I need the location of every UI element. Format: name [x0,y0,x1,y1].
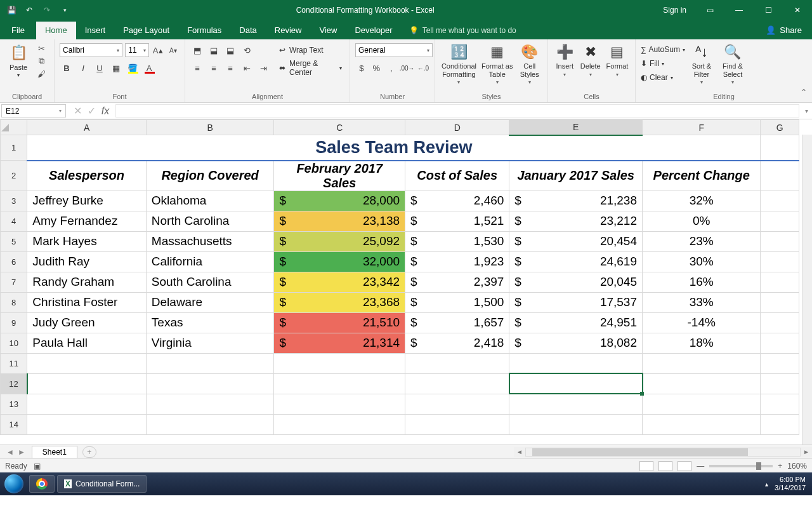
accounting-format-icon[interactable]: $ [355,61,368,75]
cell-jan-sales[interactable]: $21,238 [509,190,643,211]
cell[interactable] [761,353,799,373]
page-break-view-icon[interactable] [678,461,691,471]
decrease-font-icon[interactable]: A▾ [167,43,180,57]
cell-cost[interactable]: $1,500 [405,292,509,312]
header-feb-sales[interactable]: February 2017 Sales [274,161,405,191]
insert-cells-button[interactable]: ➕Insert▾ [553,42,577,77]
row-header-1[interactable]: 1 [1,135,27,161]
undo-icon[interactable]: ↶ [23,4,36,17]
increase-decimal-icon[interactable]: .00→ [400,61,414,75]
col-header-E[interactable]: E [509,120,643,135]
tab-formulas[interactable]: Formulas [178,22,230,39]
cell-salesperson[interactable]: Mark Hayes [27,231,146,251]
cell-feb-sales[interactable]: $25,092 [274,231,405,251]
zoom-in-icon[interactable]: + [778,462,782,471]
italic-button[interactable]: I [76,61,90,75]
close-icon[interactable]: ✕ [783,0,812,20]
header-region[interactable]: Region Covered [146,161,274,191]
border-button[interactable]: ▦ [109,61,123,75]
cell-cost[interactable]: $2,397 [405,272,509,292]
macro-record-icon[interactable]: ▣ [34,462,41,471]
cell[interactable] [27,394,146,414]
col-header-C[interactable]: C [274,120,405,135]
cell[interactable] [761,312,799,333]
orientation-icon[interactable]: ⟲ [240,43,254,57]
cell[interactable] [274,373,405,394]
worksheet-grid[interactable]: A B C D E F G 1Sales Team Review2Salespe… [0,119,812,444]
cell[interactable] [761,211,799,231]
cell[interactable] [509,394,643,414]
cell-cost[interactable]: $1,657 [405,312,509,333]
row-header-2[interactable]: 2 [1,161,27,191]
row-header-10[interactable]: 10 [1,333,27,353]
sheet-nav-next-icon[interactable]: ► [18,448,25,457]
tab-file[interactable]: File [0,22,36,39]
row-header-4[interactable]: 4 [1,211,27,231]
col-header-D[interactable]: D [405,120,509,135]
cell-pct[interactable]: 23% [643,231,761,251]
cell[interactable] [761,394,799,414]
cell-cost[interactable]: $2,460 [405,190,509,211]
cell[interactable] [761,272,799,292]
cell[interactable] [405,394,509,414]
merge-center-button[interactable]: ⬌Merge & Center▾ [277,61,344,75]
cell-cost[interactable]: $1,923 [405,251,509,272]
system-clock[interactable]: 6:00 PM 3/14/2017 [775,476,806,491]
qat-customize-icon[interactable]: ▾ [58,4,71,17]
cell[interactable] [509,414,643,434]
name-box[interactable]: E12▾ [1,104,66,117]
cell-region[interactable]: Texas [146,312,274,333]
tab-view[interactable]: View [310,22,346,39]
cell[interactable] [761,161,799,191]
cancel-formula-icon[interactable]: ✕ [71,105,84,117]
format-painter-icon[interactable]: 🖌 [36,69,47,79]
cell-region[interactable]: Massachusetts [146,231,274,251]
cell-feb-sales[interactable]: $28,000 [274,190,405,211]
cell-region[interactable]: Delaware [146,292,274,312]
cell[interactable] [274,394,405,414]
tab-developer[interactable]: Developer [346,22,401,39]
row-header-12[interactable]: 12 [1,373,27,394]
cell[interactable] [761,292,799,312]
enter-formula-icon[interactable]: ✓ [85,105,98,117]
header-jan-sales[interactable]: January 2017 Sales [509,161,643,191]
share-button[interactable]: 👤 Share [756,25,812,39]
scroll-right-icon[interactable]: ► [801,448,812,455]
sort-filter-button[interactable]: ᴬ↓Sort & Filter▾ [688,42,716,85]
cell-feb-sales[interactable]: $32,000 [274,251,405,272]
cell[interactable] [146,414,274,434]
cell[interactable] [405,414,509,434]
align-middle-icon[interactable]: ⬓ [207,43,221,57]
row-header-13[interactable]: 13 [1,394,27,414]
cell-pct[interactable]: 16% [643,272,761,292]
cell-cost[interactable]: $2,418 [405,333,509,353]
clear-button[interactable]: ◐Clear▾ [641,71,685,84]
minimize-icon[interactable]: — [724,0,754,20]
percent-format-icon[interactable]: % [370,61,383,75]
cell-feb-sales[interactable]: $21,314 [274,333,405,353]
cell[interactable] [761,135,799,161]
cell[interactable] [146,373,274,394]
font-color-button[interactable]: A [142,61,156,75]
bold-button[interactable]: B [60,61,74,75]
cell[interactable] [761,190,799,211]
maximize-icon[interactable]: ☐ [754,0,783,20]
tab-home[interactable]: Home [36,22,76,39]
select-all-corner[interactable] [1,120,27,135]
taskbar-excel[interactable]: XConditional Form... [57,475,147,493]
cell[interactable] [146,353,274,373]
header-pct[interactable]: Percent Change [643,161,761,191]
cell[interactable] [27,414,146,434]
cell-jan-sales[interactable]: $24,619 [509,251,643,272]
sheet-title[interactable]: Sales Team Review [27,135,761,161]
format-as-table-button[interactable]: ▦Format as Table▾ [481,42,513,85]
col-header-G[interactable]: G [761,120,799,135]
cell-feb-sales[interactable]: $23,138 [274,211,405,231]
cell-salesperson[interactable]: Judy Green [27,312,146,333]
find-select-button[interactable]: 🔍Find & Select▾ [718,42,747,85]
sheet-nav-prev-icon[interactable]: ◄ [6,448,14,457]
insert-function-icon[interactable]: fx [99,105,112,117]
row-header-8[interactable]: 8 [1,292,27,312]
underline-button[interactable]: U [93,61,107,75]
align-bottom-icon[interactable]: ⬓ [223,43,237,57]
